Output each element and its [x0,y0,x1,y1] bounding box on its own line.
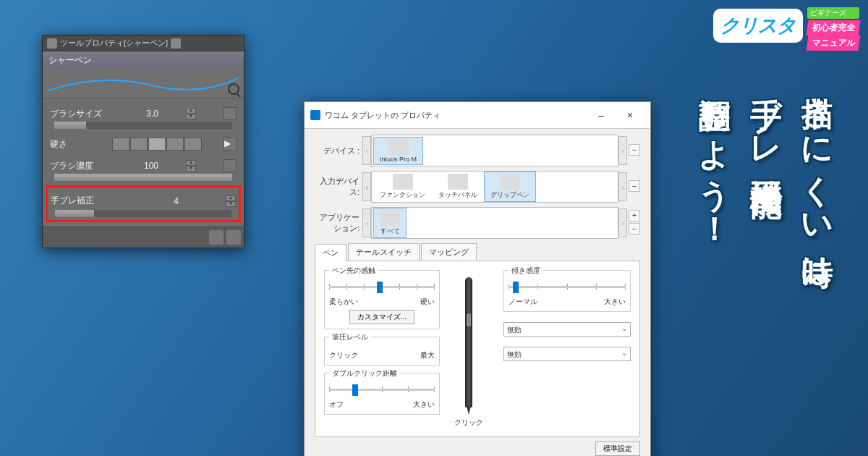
touch-icon [448,174,468,190]
logo-main: クリスタ [713,9,803,43]
hardness-label: 硬さ [50,138,108,151]
panel-menu-icon[interactable] [171,38,181,48]
tab-tailswitch[interactable]: テールスイッチ [348,243,420,261]
logo-tag: ビギナーズ [807,7,859,19]
tab-mapping[interactable]: マッピング [421,243,477,261]
headline-line-3: 調整しよう！ [694,72,736,274]
device-remove[interactable]: – [629,144,640,156]
pressure-group: 筆圧レベル クリック最大 [324,337,440,366]
stabilization-row: 手ブレ補正 4 ▲▼ [51,190,236,211]
panel-grip-icon [47,38,57,48]
hardness-expand-icon[interactable]: ▶ [224,138,237,151]
tablet-icon [388,139,409,155]
app-item-all[interactable]: すべて [373,208,407,238]
app-add[interactable]: + [629,210,640,221]
app-prev[interactable]: ‹ [362,208,371,237]
brush-size-dynamics-icon[interactable] [224,107,237,120]
headline-line-1: 描きにくい時は [796,72,839,274]
minimize-button[interactable]: – [587,106,616,124]
headline-line-2: 手ブレ補正機能で [745,72,788,274]
density-value[interactable]: 100 [134,161,158,171]
tilt-slider[interactable] [509,279,626,294]
stroke-preview [43,69,244,98]
reset-icon[interactable] [209,230,224,245]
input-row: 入力デバイス: ‹ ファンクション タッチパネル グリップペン › – [315,171,640,203]
customize-button[interactable]: カスタマイズ... [349,310,414,324]
dialog-titlebar[interactable]: ワコム タブレットの プロパティ – × [305,102,650,129]
device-prev[interactable]: ‹ [362,136,371,165]
app-label: アプリケーション: [315,212,362,234]
device-next[interactable]: › [618,136,627,165]
input-item-grippen[interactable]: グリップペン [484,172,536,202]
input-prev[interactable]: ‹ [362,172,371,201]
button-upper-combo[interactable]: 無効 [503,322,631,337]
device-item[interactable]: Intuos Pro M [373,137,423,165]
panel-titlebar[interactable]: ツールプロパティ[シャーペン] [43,35,244,51]
dblclick-label: ダブルクリック距離 [329,368,400,379]
grippen-icon [500,174,520,190]
stabilization-stepper[interactable]: ▲▼ [226,195,236,207]
input-item-functions[interactable]: ファンクション [373,172,432,202]
device-list[interactable]: Intuos Pro M [371,135,618,166]
app-remove[interactable]: – [629,223,640,235]
tip-feel-label: ペン先の感触 [329,266,378,276]
tool-property-panel: ツールプロパティ[シャーペン] シャーペン ブラシサイズ 3.0 ▲▼ 硬さ ▶… [42,35,244,248]
pen-diagram [465,277,472,408]
pen-tip-label: クリック [454,418,483,428]
logo-sub1: 初心者完全 [807,20,861,35]
brush-size-value[interactable]: 3.0 [134,109,158,119]
input-list[interactable]: ファンクション タッチパネル グリップペン [371,171,618,203]
stabilization-label: 手ブレ補正 [51,195,109,207]
all-apps-icon [380,210,400,226]
app-row: アプリケーション: ‹ すべて › +– [315,207,640,239]
tilt-group: 傾き感度 ノーマル大きい [503,270,631,312]
input-label: 入力デバイス: [315,176,362,198]
input-remove[interactable]: – [629,180,640,192]
hardness-selector[interactable] [112,138,218,151]
brush-size-stepper[interactable]: ▲▼ [186,108,196,119]
device-row: デバイス : ‹ Intuos Pro M › – [315,135,640,166]
tip-feel-group: ペン先の感触 柔らかい硬い カスタマイズ... [324,270,440,329]
density-slider[interactable] [54,174,232,181]
brush-size-slider[interactable] [54,122,232,129]
panel-title: ツールプロパティ[シャーペン] [60,38,168,48]
default-button[interactable]: 標準設定 [595,442,640,456]
hardness-row: 硬さ ▶ [50,133,237,155]
app-list[interactable]: すべて [371,207,618,239]
input-next[interactable]: › [618,172,627,201]
brush-size-label: ブラシサイズ [50,108,108,120]
tilt-label: 傾き感度 [509,266,543,276]
magnifier-icon[interactable] [228,83,239,95]
tab-pen[interactable]: ペン [315,244,346,261]
input-item-touch[interactable]: タッチパネル [432,172,484,202]
functions-icon [393,174,413,190]
pressure-label: 筆圧レベル [329,332,371,342]
headline: 描きにくい時は 手ブレ補正機能で 調整しよう！ [694,72,839,274]
panel-footer [43,227,244,248]
close-button[interactable]: × [616,106,644,124]
brand-logo: クリスタ ビギナーズ 初心者完全 マニュアル [713,7,859,51]
tip-feel-slider[interactable] [329,279,435,294]
wacom-dialog: ワコム タブレットの プロパティ – × デバイス : ‹ Intuos Pro… [304,101,651,456]
logo-sub2: マニュアル [807,35,861,51]
device-label: デバイス : [315,145,362,156]
dblclick-slider[interactable] [329,382,435,397]
button-lower-combo[interactable]: 無効 [503,347,631,361]
pen-pane: ペン先の感触 柔らかい硬い カスタマイズ... 筆圧レベル クリック最大 ダブル… [315,261,640,437]
app-icon [310,110,320,120]
app-next[interactable]: › [618,208,627,237]
density-label: ブラシ濃度 [50,160,108,172]
wrench-icon[interactable] [226,230,241,245]
stabilization-highlight: 手ブレ補正 4 ▲▼ [46,185,241,222]
dblclick-group: ダブルクリック距離 オフ大きい [324,373,440,415]
stabilization-slider[interactable] [55,210,231,217]
stabilization-value[interactable]: 4 [154,196,179,206]
density-dynamics-icon[interactable] [224,159,237,172]
density-stepper[interactable]: ▲▼ [186,160,196,172]
tab-bar: ペン テールスイッチ マッピング [315,243,640,261]
dialog-title: ワコム タブレットの プロパティ [325,110,441,121]
subtool-name: シャーペン [43,51,244,69]
